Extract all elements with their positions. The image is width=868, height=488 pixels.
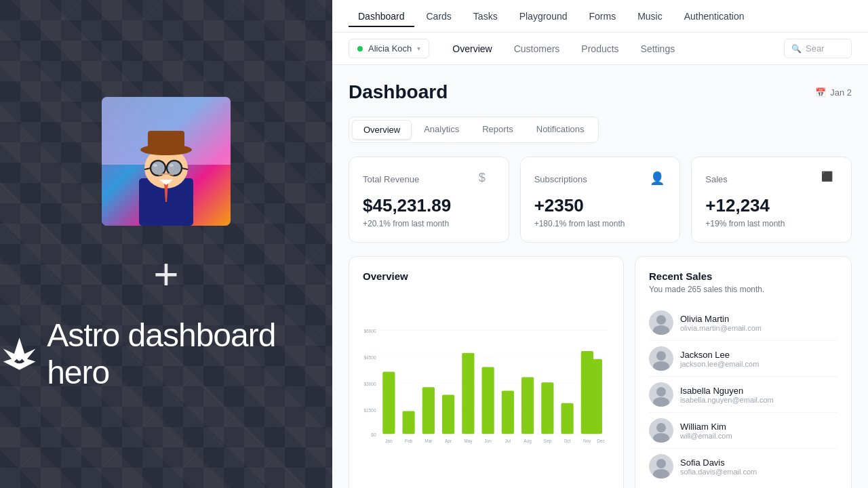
- svg-text:Jul: Jul: [505, 439, 511, 443]
- chart-card: Overview $6000 $4500 $3000 $1500 $0: [349, 256, 624, 488]
- sale-item-3: William Kim will@email.com: [649, 413, 837, 449]
- stat-change-revenue: +20.1% from last month: [363, 219, 495, 228]
- sale-item-2: Isabella Nguyen isabella.nguyen@email.co…: [649, 377, 837, 413]
- svg-text:$4500: $4500: [363, 355, 376, 360]
- sale-name-1: Jackson Lee: [680, 350, 837, 360]
- calendar-icon: 📅: [815, 87, 826, 98]
- svg-text:Oct: Oct: [564, 439, 571, 443]
- sale-item-0: Olivia Martin olivia.martin@email.com: [649, 305, 837, 341]
- subnav-item-customers[interactable]: Customers: [505, 38, 570, 60]
- stat-card-revenue: Total Revenue $ $45,231.89 +20.1% from l…: [349, 157, 509, 243]
- avatar-image: [102, 97, 231, 226]
- date-text: Jan 2: [830, 87, 852, 98]
- stat-value-revenue: $45,231.89: [363, 195, 495, 216]
- plus-icon: +: [153, 253, 178, 296]
- svg-point-59: [656, 387, 666, 396]
- tab-analytics[interactable]: Analytics: [413, 120, 470, 140]
- search-box[interactable]: 🔍 Sear: [784, 39, 852, 58]
- recent-sales-card: Recent Sales You made 265 sales this mon…: [635, 256, 852, 488]
- sale-info-4: Sofia Davis sofia.davis@email.com: [680, 458, 837, 476]
- subnav-item-overview[interactable]: Overview: [443, 38, 501, 60]
- sales-icon: ⬛: [821, 171, 837, 187]
- astro-brand-text: Astro dashboard hero: [47, 317, 332, 391]
- nav-item-cards[interactable]: Cards: [417, 5, 461, 27]
- svg-rect-29: [403, 411, 415, 434]
- svg-rect-39: [590, 359, 602, 434]
- sale-avatar-1: [649, 346, 673, 371]
- stat-header-sales: Sales ⬛: [705, 171, 837, 187]
- sale-avatar-4: [649, 454, 673, 479]
- stat-card-sales: Sales ⬛ +12,234 +19% from last month: [691, 157, 852, 243]
- nav-item-authentication[interactable]: Authentication: [675, 5, 754, 27]
- subnav-item-products[interactable]: Products: [572, 38, 628, 60]
- sale-info-3: William Kim will@email.com: [680, 422, 837, 440]
- date-badge: 📅 Jan 2: [815, 87, 852, 98]
- sale-item-1: Jackson Lee jackson.lee@email.com: [649, 341, 837, 377]
- svg-rect-33: [482, 367, 494, 434]
- sale-avatar-0: [649, 310, 673, 335]
- svg-text:$0: $0: [371, 432, 376, 437]
- left-panel: + Astro dashboard hero: [0, 0, 332, 488]
- nav-item-music[interactable]: Music: [628, 5, 672, 27]
- stat-label-subscriptions: Subscriptions: [534, 174, 587, 184]
- svg-text:$3000: $3000: [363, 382, 376, 386]
- nav-item-tasks[interactable]: Tasks: [464, 5, 507, 27]
- background-pattern: [0, 0, 332, 488]
- sub-tabs: Overview Analytics Reports Notifications: [349, 117, 599, 143]
- svg-rect-36: [541, 382, 553, 434]
- recent-sales-title: Recent Sales: [649, 270, 837, 282]
- sale-email-3: will@email.com: [680, 432, 837, 440]
- stat-label-revenue: Total Revenue: [363, 174, 419, 184]
- sale-info-2: Isabella Nguyen isabella.nguyen@email.co…: [680, 386, 837, 404]
- chevron-down-icon: ▾: [417, 45, 420, 52]
- svg-text:Jun: Jun: [484, 439, 492, 443]
- chart-area: $6000 $4500 $3000 $1500 $0: [363, 293, 610, 483]
- svg-text:Apr: Apr: [445, 439, 452, 444]
- stats-row: Total Revenue $ $45,231.89 +20.1% from l…: [349, 157, 852, 243]
- subnav-item-settings[interactable]: Settings: [631, 38, 685, 60]
- recent-sales-subtitle: You made 265 sales this month.: [649, 285, 837, 294]
- stat-card-subscriptions: Subscriptions 👤 +2350 +180.1% from last …: [520, 157, 681, 243]
- sale-avatar-2: [649, 382, 673, 407]
- svg-point-12: [170, 164, 174, 167]
- svg-text:May: May: [464, 439, 473, 444]
- sale-email-1: jackson.lee@email.com: [680, 360, 837, 368]
- tab-notifications[interactable]: Notifications: [526, 120, 595, 140]
- sale-name-0: Olivia Martin: [680, 314, 837, 324]
- nav-item-dashboard[interactable]: Dashboard: [349, 5, 414, 27]
- user-status-dot: [357, 46, 363, 52]
- sale-name-4: Sofia Davis: [680, 458, 837, 468]
- nav-item-forms[interactable]: Forms: [579, 5, 625, 27]
- user-selector[interactable]: Alicia Koch ▾: [349, 39, 429, 58]
- stat-value-sales: +12,234: [705, 195, 837, 216]
- dollar-icon: $: [479, 171, 495, 187]
- tab-reports[interactable]: Reports: [471, 120, 524, 140]
- svg-rect-5: [148, 131, 184, 151]
- svg-rect-30: [422, 387, 435, 434]
- svg-rect-37: [561, 403, 574, 434]
- svg-point-53: [656, 315, 666, 325]
- user-name: Alicia Koch: [368, 43, 412, 54]
- sub-nav: Alicia Koch ▾ Overview Customers Product…: [332, 33, 868, 65]
- page-title: Dashboard: [349, 81, 448, 103]
- bar-chart-svg: $6000 $4500 $3000 $1500 $0: [363, 293, 610, 483]
- sale-email-4: sofia.davis@email.com: [680, 468, 837, 476]
- main-content: Dashboard 📅 Jan 2 Overview Analytics Rep…: [332, 65, 868, 488]
- svg-rect-35: [521, 377, 534, 434]
- search-icon: 🔍: [791, 44, 802, 54]
- tab-overview[interactable]: Overview: [352, 120, 412, 140]
- sale-email-0: olivia.martin@email.com: [680, 324, 837, 332]
- stat-label-sales: Sales: [705, 174, 728, 184]
- top-nav: Dashboard Cards Tasks Playground Forms M…: [332, 0, 868, 33]
- users-icon: 👤: [650, 171, 666, 187]
- svg-text:Sep: Sep: [544, 439, 552, 444]
- chart-title: Overview: [363, 270, 610, 282]
- svg-rect-34: [502, 391, 514, 434]
- sale-email-2: isabella.nguyen@email.com: [680, 396, 837, 404]
- svg-text:Aug: Aug: [524, 439, 532, 444]
- svg-text:Nov: Nov: [583, 439, 591, 443]
- svg-text:Mar: Mar: [425, 439, 433, 443]
- nav-item-playground[interactable]: Playground: [510, 5, 577, 27]
- svg-text:Dec: Dec: [597, 439, 605, 443]
- stat-change-sales: +19% from last month: [705, 219, 837, 228]
